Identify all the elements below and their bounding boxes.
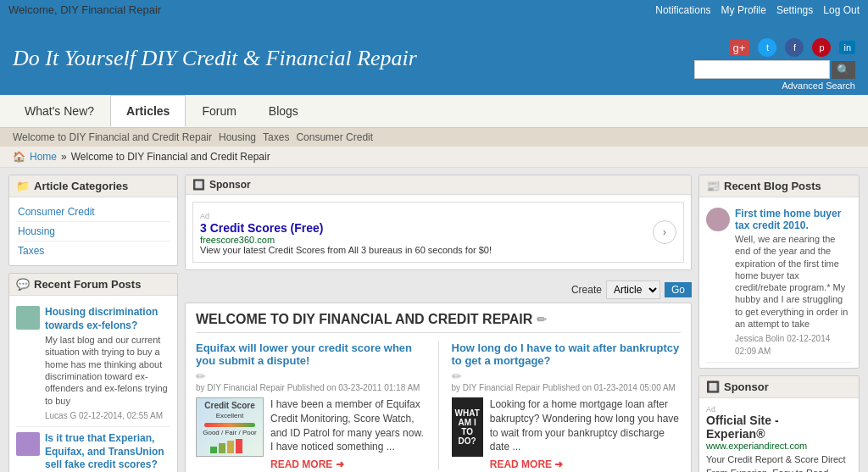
avatar [706,208,730,231]
home-icon: 🏠 [13,151,25,163]
exp-ad-url[interactable]: www.experiandirect.com [706,441,852,451]
pinterest-icon[interactable]: p [812,38,831,57]
exp-ad-label: Official Site - [706,414,852,427]
pencil-icon-1: ✏ [196,369,206,383]
breadcrumb-strip: Welcome to DIY Financial and Credit Repa… [0,128,868,147]
category-consumer-credit[interactable]: Consumer Credit [16,203,170,222]
search-input[interactable] [694,60,830,79]
blog-post-meta: Jessica Bolin 02-12-2014 02:09 AM [735,334,830,356]
tab-whats-new[interactable]: What's New? [8,95,110,127]
forum-posts-title: Recent Forum Posts [34,278,141,291]
sponsor-header: 🔲 Sponsor [186,175,691,195]
create-select[interactable]: Article [606,280,660,299]
bc-strip-housing[interactable]: Housing [219,131,256,143]
welcome-text: Welcome, DIY Financial Repair [8,3,161,16]
article-1-thumb: Credit Score Excellent Good / Fair / Poo… [196,397,264,457]
forum-post-meta: Lucas G 02-12-2014, 02:55 AM [45,411,163,420]
advanced-search-link[interactable]: Advanced Search [782,81,855,91]
breadcrumb-current: Welcome to DIY Financial and Credit Repa… [71,151,270,163]
search-button[interactable]: 🔍 [832,61,855,79]
svg-rect-2 [227,441,234,453]
svg-rect-1 [219,443,225,453]
forum-posts-content: Housing discrimination towards ex-felons… [9,296,177,472]
sponsor-right-title: Sponsor [724,380,769,393]
site-title: Do It Yourself DIY Credit & Financial Re… [13,46,417,71]
pencil-icon: ✏ [537,313,547,326]
sponsor-icon: 🔲 [192,179,205,191]
tab-articles[interactable]: Articles [110,95,186,127]
facebook-icon[interactable]: f [785,38,804,57]
forum-post-excerpt: My last blog and our current situation w… [45,334,170,407]
social-icons: g+ t f p in [729,38,855,57]
settings-link[interactable]: Settings [776,4,813,16]
bc-strip-consumer-credit[interactable]: Consumer Credit [296,131,373,143]
linkedin-icon[interactable]: in [839,41,855,54]
breadcrumb-nav: 🏠 Home » Welcome to DIY Financial and Cr… [0,147,868,168]
articles-grid: Equifax will lower your credit score whe… [196,342,681,470]
ad-url[interactable]: freescore360.com [200,235,492,245]
pencil-icon-2: ✏ [452,369,462,383]
left-sidebar: 📁 Article Categories Consumer Credit Hou… [8,175,178,472]
forum-posts-header: 💬 Recent Forum Posts [9,274,177,296]
forum-post-item: Housing discrimination towards ex-felons… [16,301,170,427]
blog-icon: 📰 [706,180,720,192]
svg-rect-3 [236,439,242,453]
article-2-title[interactable]: How long do I have to wait after bankrup… [452,342,682,367]
avatar [16,306,40,330]
tab-blogs[interactable]: Blogs [253,95,314,127]
blog-post-title[interactable]: First time home buyer tax credit 2010. [735,208,852,231]
categories-title: Article Categories [34,180,128,192]
article-2-meta: by DIY Financial Repair Published on 01-… [452,383,682,392]
bc-strip-welcome[interactable]: Welcome to DIY Financial and Credit Repa… [13,131,212,143]
forum-post-title[interactable]: Is it true that Experian, Equifax, and T… [45,432,170,472]
article-1-read-more[interactable]: READ MORE ➜ [270,458,344,470]
ad-label-right: Ad [706,405,852,414]
create-label: Create [571,284,602,296]
notifications-link[interactable]: Notifications [655,4,710,16]
create-row: Create Article Go [185,277,692,303]
twitter-icon[interactable]: t [758,38,776,57]
articles-divider [438,342,439,470]
blog-posts-header: 📰 Recent Blog Posts [699,175,859,197]
my-profile-link[interactable]: My Profile [721,4,766,16]
sponsor-title: Sponsor [209,179,251,191]
forum-icon: 💬 [16,278,30,291]
logout-link[interactable]: Log Out [823,4,860,16]
article-2-body: WHAT AM I TO DO? Looking for a home mort… [452,397,682,470]
categories-header: 📁 Article Categories [9,175,177,197]
tab-forum[interactable]: Forum [186,95,252,127]
exp-ad-desc: Your Credit Report & Score Direct From E… [706,453,852,472]
article-2-read-more[interactable]: READ MORE ➜ [490,458,564,470]
forum-posts-box: 💬 Recent Forum Posts Housing discriminat… [8,273,178,472]
breadcrumb-home[interactable]: Home [30,151,57,163]
forum-post-item: Is it true that Experian, Equifax, and T… [16,427,170,472]
go-button[interactable]: Go [665,282,692,297]
ad-desc: View your latest Credit Scores from All … [200,245,492,255]
right-sidebar: 📰 Recent Blog Posts First time home buye… [698,175,860,472]
nav-bar: What's New? Articles Forum Blogs [0,95,868,128]
category-housing[interactable]: Housing [16,222,170,242]
categories-box: 📁 Article Categories Consumer Credit Hou… [8,175,178,266]
blog-post-excerpt: Well, we are nearing the end of the year… [735,233,852,330]
welcome-section: WELCOME TO DIY FINANCIAL AND CREDIT REPA… [185,303,692,472]
blog-post-item: First time home buyer tax credit 2010. W… [706,203,852,363]
ad-arrow[interactable]: › [653,220,676,244]
forum-post-title[interactable]: Housing discrimination towards ex-felons… [45,306,170,332]
ad-title[interactable]: 3 Credit Scores (Free) [200,221,492,235]
article-col-2: How long do I have to wait after bankrup… [452,342,682,470]
blog-posts-box: 📰 Recent Blog Posts First time home buye… [698,175,860,369]
bc-strip-taxes[interactable]: Taxes [263,131,289,143]
article-2-excerpt: Looking for a home mortgage loan after b… [490,397,681,454]
avatar [16,432,40,456]
experian-ad: Ad Official Site - Experian® www.experia… [699,398,859,472]
exp-ad-title: Experian® [706,427,852,441]
sponsor-right-icon: 🔲 [706,380,720,393]
article-1-title[interactable]: Equifax will lower your credit score whe… [196,342,426,367]
center-content: 🔲 Sponsor Ad 3 Credit Scores (Free) free… [185,175,692,472]
google-plus-icon[interactable]: g+ [729,40,750,56]
sponsor-right-header: 🔲 Sponsor [699,376,859,398]
article-1-excerpt: I have been a member of Equifax Credit M… [270,397,426,454]
category-taxes[interactable]: Taxes [16,242,170,260]
blog-posts-title: Recent Blog Posts [724,180,821,192]
article-1-body: Credit Score Excellent Good / Fair / Poo… [196,397,426,470]
